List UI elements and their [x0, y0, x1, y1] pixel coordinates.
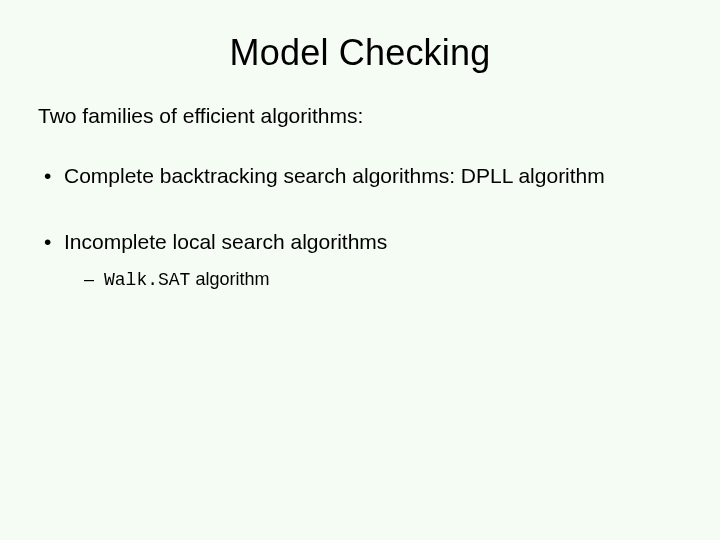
- sub-bullet-item: Walk.SAT algorithm: [64, 267, 682, 292]
- sub-bullet-list: Walk.SAT algorithm: [64, 267, 682, 292]
- bullet-item: Complete backtracking search algorithms:…: [38, 162, 682, 190]
- slide: Model Checking Two families of efficient…: [0, 0, 720, 540]
- bullet-item: Incomplete local search algorithms Walk.…: [38, 228, 682, 292]
- sub-bullet-code: Walk.SAT: [104, 270, 190, 290]
- lead-text: Two families of efficient algorithms:: [38, 104, 682, 128]
- slide-title: Model Checking: [38, 32, 682, 74]
- sub-bullet-rest: algorithm: [190, 269, 269, 289]
- bullet-text: Incomplete local search algorithms: [64, 230, 387, 253]
- bullet-list: Complete backtracking search algorithms:…: [38, 162, 682, 292]
- bullet-text: Complete backtracking search algorithms:…: [64, 164, 605, 187]
